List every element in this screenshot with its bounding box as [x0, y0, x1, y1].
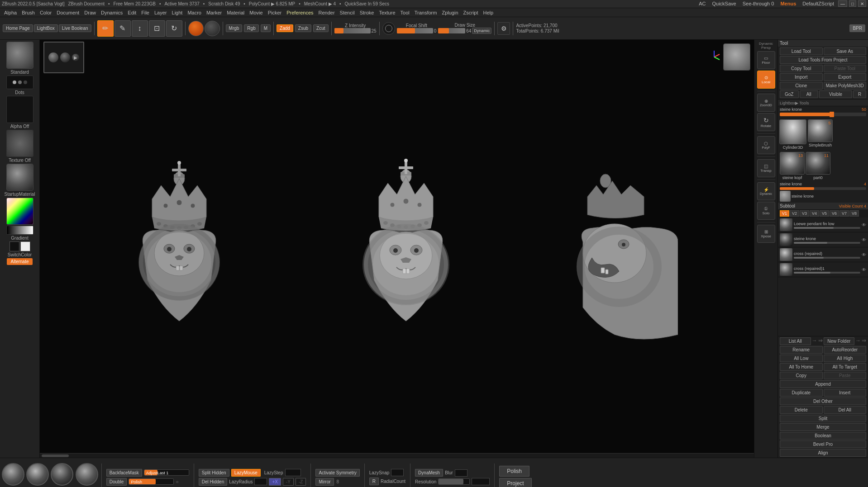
- all-to-home-btn[interactable]: All To Home: [780, 363, 823, 371]
- append-btn[interactable]: Append: [780, 380, 866, 388]
- dots-preview[interactable]: [6, 76, 33, 89]
- simplebrush-tool[interactable]: S SimpleBrush: [808, 119, 833, 150]
- delete-btn[interactable]: Delete: [780, 406, 823, 414]
- import-btn[interactable]: Import: [780, 73, 823, 81]
- subtool-item-2[interactable]: steine krone 👁: [778, 232, 868, 247]
- color-swatch[interactable]: [6, 198, 33, 225]
- menu-macro[interactable]: Macro: [185, 9, 204, 16]
- sk2-preview[interactable]: [780, 191, 791, 202]
- eye-icon-4[interactable]: 👁: [862, 267, 866, 272]
- rename-btn[interactable]: Rename: [780, 346, 823, 354]
- menu-render[interactable]: Render: [316, 9, 337, 16]
- draw-mode-btn[interactable]: ✎: [114, 20, 131, 37]
- blur-input[interactable]: 0: [455, 469, 467, 477]
- list-all-btn[interactable]: List All: [780, 337, 811, 345]
- menu-zplugin[interactable]: Zplugin: [439, 9, 460, 16]
- paste-btn[interactable]: Paste: [824, 372, 867, 379]
- v1-btn[interactable]: V1: [780, 210, 789, 217]
- zoom3d-btn[interactable]: ⊕ Zoom3D: [757, 94, 775, 112]
- alpha-preview[interactable]: [6, 96, 33, 123]
- solo-btn[interactable]: ① Solo: [757, 202, 775, 220]
- gradient-bar[interactable]: [6, 226, 33, 235]
- scroll-handle[interactable]: [42, 454, 69, 457]
- minimize-btn[interactable]: —: [838, 0, 847, 7]
- split-btn[interactable]: Split: [780, 415, 866, 422]
- zadd-btn[interactable]: Zadd: [277, 24, 293, 32]
- menu-document[interactable]: Document: [54, 9, 81, 16]
- menu-brush[interactable]: Brush: [19, 9, 37, 16]
- rgb-btn[interactable]: Rgb: [244, 24, 258, 32]
- switch-color-white[interactable]: [20, 241, 30, 251]
- canvas-area[interactable]: ▶: [40, 40, 754, 458]
- lazy-radius-input[interactable]: 1: [254, 478, 267, 485]
- polish-btn[interactable]: Polish: [499, 466, 529, 477]
- duplicate-btn[interactable]: Duplicate: [780, 389, 823, 397]
- del-other-btn[interactable]: Del Other: [780, 397, 866, 405]
- all-to-target-btn[interactable]: All To Target: [824, 363, 867, 371]
- menu-dynamics[interactable]: Dynamics: [99, 9, 125, 16]
- save-as-btn[interactable]: Save As: [824, 47, 867, 55]
- scale-mode-btn[interactable]: ⊡: [149, 20, 165, 37]
- menu-picker[interactable]: Picker: [266, 9, 284, 16]
- copy-btn[interactable]: Copy: [780, 372, 823, 379]
- subtool-slider-2[interactable]: [794, 242, 860, 244]
- menus-btn[interactable]: Menus: [778, 0, 798, 7]
- pinch-tool[interactable]: Pinch: [2, 463, 24, 487]
- live-boolean-tab[interactable]: Live Boolean: [59, 24, 91, 32]
- mrgb-btn[interactable]: Mrgb: [226, 24, 243, 32]
- rotate-btn[interactable]: ↻ Rotate: [757, 113, 775, 131]
- adjust-last-slider[interactable]: AdjustLast 1: [144, 469, 189, 476]
- subtool-slider-3[interactable]: [794, 257, 860, 259]
- bpr-btn[interactable]: BPR: [849, 24, 865, 32]
- all-low-btn[interactable]: All Low: [780, 355, 823, 362]
- menu-zscript[interactable]: Zscript: [461, 9, 481, 16]
- menu-light[interactable]: Light: [170, 9, 185, 16]
- canvas-scroll[interactable]: [40, 453, 754, 458]
- steine-krone-slider[interactable]: [780, 113, 866, 116]
- v4-btn[interactable]: V4: [810, 210, 819, 217]
- eye-icon-2[interactable]: 👁: [862, 237, 866, 242]
- menu-preferences[interactable]: Preferences: [284, 9, 315, 16]
- steine-krone-handle[interactable]: [830, 112, 834, 117]
- matcap-sphere-1[interactable]: [188, 21, 204, 36]
- paste-tool-btn[interactable]: Paste Tool: [824, 65, 867, 72]
- lazy-mouse-btn[interactable]: LazyMouse: [231, 469, 261, 477]
- menu-file[interactable]: File: [139, 9, 152, 16]
- subtool-item-1[interactable]: Loewe pendant fin low 👁: [778, 217, 868, 232]
- merge-btn[interactable]: Merge: [780, 423, 866, 431]
- floor-btn[interactable]: ▭ Floor: [757, 51, 775, 69]
- r-small-btn[interactable]: R: [369, 478, 379, 485]
- del-all-btn[interactable]: Del All: [824, 406, 867, 414]
- home-page-tab[interactable]: Home Page: [3, 24, 33, 32]
- resolution-input[interactable]: 4096: [472, 478, 490, 485]
- backface-mask-btn[interactable]: BackfaceMask: [106, 469, 142, 477]
- folder-arrow2-btn[interactable]: ⇒: [862, 337, 866, 345]
- split-hidden-btn[interactable]: Split Hidden: [199, 469, 229, 477]
- part0-tool[interactable]: 11 part0: [806, 152, 830, 180]
- align-btn[interactable]: Align: [780, 449, 866, 457]
- y-btn[interactable]: -Y: [283, 478, 294, 486]
- boolean-btn[interactable]: Boolean: [780, 432, 866, 440]
- v6-btn[interactable]: V6: [830, 210, 839, 217]
- project-btn[interactable]: Project: [499, 478, 531, 487]
- folder-arrow-btn[interactable]: →: [855, 337, 861, 345]
- edit-mode-btn[interactable]: ✏: [97, 20, 114, 37]
- insert-btn[interactable]: Insert: [824, 389, 867, 397]
- see-through-btn[interactable]: See-through 0: [740, 0, 777, 7]
- inflat-tool[interactable]: Inflat: [26, 463, 49, 487]
- subtool-item-3[interactable]: cross (repaired) 👁: [778, 247, 868, 262]
- local-btn[interactable]: ⊙ Local: [757, 71, 775, 89]
- activate-symmetry-btn[interactable]: Activate Symmetry: [315, 469, 359, 477]
- zcut-btn[interactable]: Zcut: [313, 24, 328, 32]
- draw-size-slider[interactable]: [438, 28, 465, 33]
- rotate-mode-btn[interactable]: ↻: [166, 20, 182, 37]
- cylinder3d-tool[interactable]: Cylinder3D: [779, 119, 806, 150]
- menu-layer[interactable]: Layer: [152, 9, 169, 16]
- list-arrow2-btn[interactable]: ⇒: [818, 337, 823, 345]
- mirror-btn[interactable]: Mirror: [315, 478, 334, 486]
- lazy-snap-input[interactable]: 0: [391, 469, 404, 476]
- zsub-btn[interactable]: Zsub: [295, 24, 311, 32]
- all-high-btn[interactable]: AlI High: [824, 355, 867, 362]
- clone-btn[interactable]: Clone: [780, 82, 823, 90]
- transp-btn[interactable]: ◫ Transp: [757, 159, 775, 177]
